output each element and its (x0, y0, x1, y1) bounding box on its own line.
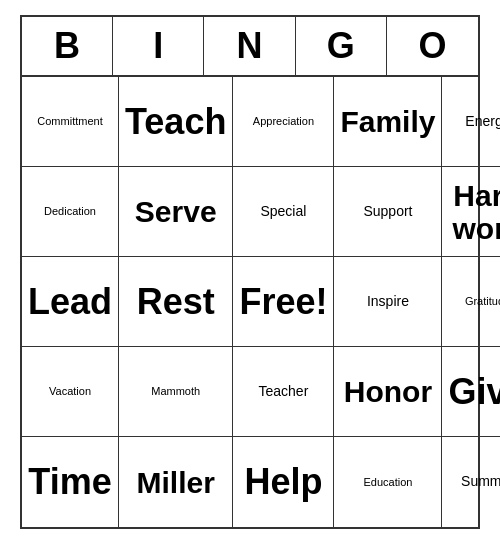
bingo-cell: Dedication (22, 167, 119, 257)
cell-text: Dedication (44, 205, 96, 217)
bingo-cell: Special (233, 167, 334, 257)
bingo-cell: Energy (442, 77, 500, 167)
bingo-cell: Gratitude (442, 257, 500, 347)
cell-text: Teach (125, 102, 226, 142)
header-letter: I (113, 17, 204, 75)
cell-text: Lead (28, 282, 112, 322)
header-letter: B (22, 17, 113, 75)
bingo-card: BINGO CommittmentTeachAppreciationFamily… (20, 15, 480, 529)
bingo-cell: Family (334, 77, 442, 167)
cell-text: Teacher (259, 384, 309, 399)
bingo-cell: Support (334, 167, 442, 257)
bingo-cell: Teacher (233, 347, 334, 437)
cell-text: Committment (37, 115, 102, 127)
cell-text: Appreciation (253, 115, 314, 127)
cell-text: Education (363, 476, 412, 488)
bingo-cell: Teach (119, 77, 233, 167)
bingo-cell: Summer (442, 437, 500, 527)
cell-text: Rest (137, 282, 215, 322)
cell-text: Summer (461, 474, 500, 489)
cell-text: Support (363, 204, 412, 219)
bingo-cell: Vacation (22, 347, 119, 437)
bingo-cell: Mammoth (119, 347, 233, 437)
bingo-cell: Free! (233, 257, 334, 347)
bingo-cell: Serve (119, 167, 233, 257)
cell-text: Free! (239, 282, 327, 322)
bingo-cell: Give (442, 347, 500, 437)
bingo-grid: CommittmentTeachAppreciationFamilyEnergy… (22, 77, 478, 527)
cell-text: Vacation (49, 385, 91, 397)
cell-text: Hard work (448, 179, 500, 245)
cell-text: Special (260, 204, 306, 219)
cell-text: Gratitude (465, 295, 500, 307)
cell-text: Energy (465, 114, 500, 129)
cell-text: Time (28, 462, 111, 502)
cell-text: Inspire (367, 294, 409, 309)
bingo-cell: Help (233, 437, 334, 527)
bingo-cell: Time (22, 437, 119, 527)
cell-text: Serve (135, 195, 217, 228)
bingo-cell: Education (334, 437, 442, 527)
bingo-header: BINGO (22, 17, 478, 77)
cell-text: Help (244, 462, 322, 502)
bingo-cell: Appreciation (233, 77, 334, 167)
cell-text: Family (340, 105, 435, 138)
bingo-cell: Lead (22, 257, 119, 347)
bingo-cell: Hard work (442, 167, 500, 257)
header-letter: G (296, 17, 387, 75)
cell-text: Miller (137, 466, 215, 499)
bingo-cell: Inspire (334, 257, 442, 347)
bingo-cell: Committment (22, 77, 119, 167)
cell-text: Give (448, 372, 500, 412)
header-letter: O (387, 17, 478, 75)
header-letter: N (204, 17, 295, 75)
bingo-cell: Honor (334, 347, 442, 437)
cell-text: Mammoth (151, 385, 200, 397)
bingo-cell: Rest (119, 257, 233, 347)
cell-text: Honor (344, 375, 432, 408)
bingo-cell: Miller (119, 437, 233, 527)
